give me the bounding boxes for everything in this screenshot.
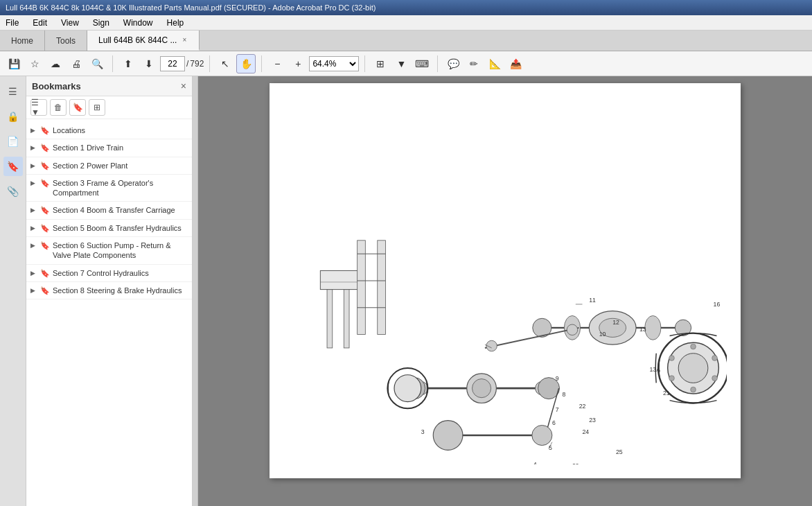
menu-help[interactable]: Help [164, 17, 187, 29]
search-button[interactable]: 🔍 [87, 54, 107, 73]
svg-point-29 [691, 387, 696, 392]
chevron-icon: ▶ [30, 242, 37, 249]
view-mode-button[interactable]: ⊞ [371, 54, 390, 73]
zoom-in-button[interactable]: + [288, 54, 308, 73]
view-group: ⊞ ▼ ⌨ [371, 54, 432, 73]
bm-menu-button[interactable]: ☰ ▼ [30, 99, 47, 116]
bookmark-item-locations[interactable]: ▶ 🔖 Locations [26, 122, 192, 139]
menu-edit[interactable]: Edit [30, 17, 50, 29]
svg-rect-5 [358, 241, 366, 335]
tab-tools[interactable]: Tools [45, 30, 87, 51]
sidebar-page-icon[interactable]: 📄 [3, 132, 23, 151]
separator-3 [261, 55, 262, 72]
bookmark-icon: 🔖 [40, 143, 50, 152]
bm-delete-button[interactable]: 🗑 [50, 99, 67, 116]
svg-text:16: 16 [714, 301, 721, 308]
bm-expand-button[interactable]: ⊞ [89, 99, 105, 116]
bookmark-item-section5[interactable]: ▶ 🔖 Section 5 Boom & Transfer Hydraulics [26, 220, 192, 237]
bookmark-item-section7[interactable]: ▶ 🔖 Section 7 Control Hydraulics [26, 265, 192, 282]
sidebar-attach-icon[interactable]: 📎 [3, 182, 23, 201]
svg-text:22: 22 [579, 403, 586, 410]
bookmark-icon: 🔖 [40, 162, 50, 171]
cursor-tool-button[interactable]: ↖ [215, 54, 235, 73]
page-navigation: ⬆ ⬇ / 792 [118, 54, 204, 73]
bookmark-icon: 🔖 [40, 179, 50, 188]
svg-text:24: 24 [583, 428, 590, 435]
bookmarks-list[interactable]: ▶ 🔖 Locations ▶ 🔖 Section 1 Drive Train … [26, 119, 192, 506]
separator-1 [112, 55, 113, 72]
bookmark-label: Section 7 Control Hydraulics [53, 268, 149, 278]
bookmark-item-section8[interactable]: ▶ 🔖 Section 8 Steering & Brake Hydraulic… [26, 282, 192, 299]
svg-point-28 [691, 344, 696, 349]
panel-resize-handle[interactable] [193, 76, 198, 506]
sidebar-nav-icon[interactable]: ☰ [3, 82, 23, 101]
svg-text:6: 6 [552, 419, 556, 426]
tab-home[interactable]: Home [0, 30, 45, 51]
view-dropdown[interactable]: ▼ [391, 54, 411, 73]
bookmark-label: Section 2 Power Plant [53, 161, 127, 171]
bookmark-item-section2[interactable]: ▶ 🔖 Section 2 Power Plant [26, 157, 192, 175]
next-page-button[interactable]: ⬇ [139, 54, 159, 73]
menu-file[interactable]: File [3, 17, 21, 29]
pdf-page: 1 2 2 3 4 5 6 [270, 83, 741, 478]
svg-text:8: 8 [562, 391, 565, 398]
svg-rect-3 [320, 270, 360, 289]
keyboard-button[interactable]: ⌨ [412, 54, 432, 73]
menu-sign[interactable]: Sign [90, 17, 112, 29]
zoom-out-button[interactable]: − [267, 54, 287, 73]
print-button[interactable]: 🖨 [67, 54, 86, 73]
comment-button[interactable]: 💬 [443, 54, 463, 73]
svg-point-32 [669, 376, 675, 381]
save-button[interactable]: 💾 [4, 54, 24, 73]
prev-page-button[interactable]: ⬆ [118, 54, 138, 73]
zoom-group: − + 64.4% 50% 75% 100% 125% [267, 54, 359, 73]
tab-document[interactable]: Lull 644B 6K 844C ... × [87, 30, 200, 51]
bookmarks-title: Bookmarks [32, 81, 81, 91]
svg-point-27 [678, 354, 708, 383]
chevron-icon: ▶ [30, 270, 37, 277]
svg-text:4: 4 [533, 461, 537, 464]
svg-text:25: 25 [616, 448, 623, 455]
sidebar-bookmark-icon[interactable]: 🔖 [3, 157, 23, 176]
chevron-icon: ▶ [30, 207, 37, 213]
pencil-button[interactable]: ✏ [464, 54, 484, 73]
bookmark-label: Section 6 Suction Pump - Return & Valve … [53, 241, 188, 261]
svg-text:10: 10 [599, 331, 606, 338]
title-text: Lull 644B 6K 844C 8k 1044C & 10K Illustr… [6, 3, 376, 12]
bookmark-button[interactable]: ☆ [25, 54, 44, 73]
pdf-area[interactable]: 1 2 2 3 4 5 6 [198, 76, 812, 506]
page-number-input[interactable] [160, 56, 185, 71]
share-button[interactable]: 📤 [506, 54, 525, 73]
bookmark-item-section6[interactable]: ▶ 🔖 Section 6 Suction Pump - Return & Va… [26, 237, 192, 265]
bm-new-button[interactable]: 🔖 [69, 99, 86, 116]
menu-view[interactable]: View [58, 17, 82, 29]
bookmarks-toolbar: ☰ ▼ 🗑 🔖 ⊞ [26, 96, 192, 119]
chevron-icon: ▶ [30, 144, 37, 151]
svg-point-33 [712, 376, 718, 381]
cloud-button[interactable]: ☁ [46, 54, 65, 73]
annotation-group: 💬 ✏ 📐 📤 [443, 54, 525, 73]
bookmark-item-section4[interactable]: ▶ 🔖 Section 4 Boom & Transfer Carriage [26, 202, 192, 219]
svg-text:9: 9 [556, 375, 559, 382]
menu-window[interactable]: Window [121, 17, 156, 29]
bookmark-label: Section 4 Boom & Transfer Carriage [53, 205, 175, 215]
page-separator: / [186, 59, 188, 69]
svg-text:12: 12 [612, 319, 619, 326]
tab-close-button[interactable]: × [181, 35, 188, 45]
svg-point-12 [472, 379, 491, 398]
bookmark-item-section1[interactable]: ▶ 🔖 Section 1 Drive Train [26, 139, 192, 157]
chevron-icon: ▶ [30, 162, 37, 169]
hand-tool-button[interactable]: ✋ [236, 54, 256, 73]
svg-point-35 [394, 375, 421, 402]
measure-button[interactable]: 📐 [485, 54, 504, 73]
zoom-select[interactable]: 64.4% 50% 75% 100% 125% [309, 56, 359, 71]
svg-point-30 [669, 356, 675, 361]
bookmark-label: Locations [53, 125, 85, 135]
tab-tools-label: Tools [56, 36, 76, 46]
bookmark-item-section3[interactable]: ▶ 🔖 Section 3 Frame & Operator's Compart… [26, 175, 192, 202]
bookmark-icon: 🔖 [40, 206, 50, 215]
bookmarks-panel: Bookmarks × ☰ ▼ 🗑 🔖 ⊞ ▶ 🔖 Locations ▶ 🔖 … [26, 76, 193, 506]
sidebar-lock-icon[interactable]: 🔒 [3, 107, 23, 126]
bookmarks-close-button[interactable]: × [181, 80, 186, 91]
bookmark-label: Section 3 Frame & Operator's Compartment [53, 178, 188, 198]
